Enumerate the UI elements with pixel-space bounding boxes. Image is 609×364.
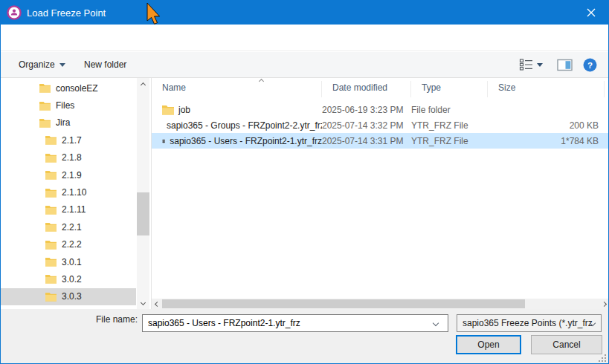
- tree-item-label: 3.0.3: [62, 291, 82, 302]
- file-date: 2025-07-14 3:32 PM: [322, 120, 411, 131]
- tree-item-label: Files: [56, 100, 74, 111]
- folder-icon: [45, 274, 57, 284]
- folder-tree: consoleEZ Files Jira 2.1.7 2.1.8 2.1.9: [1, 79, 136, 305]
- tree-item-consoleez[interactable]: consoleEZ: [1, 79, 136, 97]
- folder-icon: [45, 153, 57, 163]
- tree-item-label: 3.0.2: [62, 274, 82, 285]
- folder-icon: [45, 292, 57, 302]
- tree-item-label: 2.1.9: [62, 170, 82, 181]
- mouse-cursor: [146, 3, 163, 25]
- file-row-groups-frz[interactable]: sapio365 - Groups - FRZpoint2-2.ytr_frz …: [152, 117, 609, 133]
- tree-item-301[interactable]: 3.0.1: [1, 253, 136, 270]
- file-name: sapio365 - Users - FRZpoint2-1.ytr_frz: [170, 136, 322, 146]
- tree-item-219[interactable]: 2.1.9: [1, 166, 136, 183]
- command-toolbar: Organize New folder ?: [1, 52, 608, 78]
- chevron-left-icon: [155, 301, 160, 306]
- tree-item-jira[interactable]: Jira: [1, 114, 136, 131]
- scroll-down-button[interactable]: [137, 298, 149, 309]
- svg-text:?: ?: [587, 60, 593, 69]
- folder-icon: [45, 240, 57, 250]
- file-type-value: sapio365 Freeze Points (*.ytr_frz: [463, 318, 593, 328]
- open-button[interactable]: Open: [456, 335, 521, 354]
- column-header-size[interactable]: Size: [488, 81, 605, 97]
- file-type: File folder: [411, 105, 488, 115]
- folder-icon: [45, 188, 57, 198]
- folder-icon: [162, 105, 174, 115]
- tree-item-files[interactable]: Files: [1, 97, 136, 114]
- resize-grip[interactable]: [598, 354, 607, 363]
- file-type-select[interactable]: sapio365 Freeze Points (*.ytr_frz: [457, 314, 602, 332]
- navigation-bar: This PC Windows7_OS (F:) XML Jira 3.0.3: [1, 25, 608, 51]
- sapio365-app-icon: [7, 5, 22, 20]
- file-name: sapio365 - Groups - FRZpoint2-2.ytr_frz: [167, 120, 322, 131]
- tree-item-218[interactable]: 2.1.8: [1, 149, 136, 166]
- tree-item-label: 2.1.8: [62, 152, 82, 163]
- organize-button[interactable]: Organize: [13, 52, 71, 77]
- tree-item-label: 2.2.2: [62, 239, 82, 250]
- tree-item-303[interactable]: 3.0.3: [1, 288, 136, 305]
- tree-item-label: consoleEZ: [56, 83, 98, 94]
- scrollbar-thumb[interactable]: [162, 299, 525, 308]
- tree-item-221[interactable]: 2.2.1: [1, 218, 136, 235]
- folder-icon: [39, 118, 51, 128]
- column-header-type[interactable]: Type: [411, 81, 488, 97]
- file-name-dropdown-button[interactable]: [434, 321, 438, 325]
- column-header-name[interactable]: Name: [152, 81, 322, 97]
- tree-item-222[interactable]: 2.2.2: [1, 236, 136, 253]
- tree-item-2111[interactable]: 2.1.11: [1, 201, 136, 218]
- tree-item-217[interactable]: 2.1.7: [1, 131, 136, 149]
- help-button[interactable]: ?: [583, 56, 597, 73]
- column-header-date-modified[interactable]: Date modified: [322, 81, 411, 97]
- title-bar: Load Freeze Point: [1, 1, 608, 25]
- chevron-up-icon: [141, 82, 146, 87]
- tree-item-302[interactable]: 3.0.2: [1, 270, 136, 287]
- close-button[interactable]: [574, 1, 608, 25]
- dialog-footer: File name: sapio365 Freeze Points (*.ytr…: [1, 309, 608, 364]
- window-title: Load Freeze Point: [27, 7, 106, 19]
- chevron-right-icon: [602, 301, 607, 306]
- file-type: YTR_FRZ File: [411, 120, 488, 131]
- chevron-down-icon: [59, 63, 65, 67]
- file-name: job: [178, 105, 190, 115]
- file-date: 2025-07-14 3:31 PM: [322, 136, 411, 146]
- scroll-up-button[interactable]: [137, 78, 149, 89]
- sidebar-scrollbar[interactable]: [137, 78, 149, 309]
- tree-item-label: 2.1.10: [62, 187, 86, 198]
- scrollbar-thumb[interactable]: [137, 192, 149, 235]
- file-date: 2025-06-19 3:23 PM: [322, 105, 411, 115]
- new-folder-button[interactable]: New folder: [78, 52, 132, 77]
- file-name-label: File name:: [1, 314, 138, 325]
- folder-icon: [45, 257, 57, 267]
- preview-pane-button[interactable]: [557, 56, 573, 73]
- tree-item-label: Jira: [56, 117, 70, 128]
- file-size: 200 KB: [488, 120, 605, 131]
- database-file-icon: [162, 135, 165, 147]
- folder-icon: [39, 101, 51, 111]
- chevron-down-icon: [433, 320, 439, 326]
- close-icon: [587, 8, 596, 17]
- file-type-dropdown-button[interactable]: [590, 321, 595, 325]
- cancel-button[interactable]: Cancel: [531, 335, 602, 354]
- tree-item-label: 2.1.11: [62, 204, 86, 215]
- file-row-job[interactable]: job 2025-06-19 3:23 PM File folder: [152, 102, 609, 117]
- organize-label: Organize: [19, 59, 55, 70]
- scroll-right-button[interactable]: [600, 299, 609, 309]
- preview-pane-icon: [557, 59, 573, 71]
- scroll-left-button[interactable]: [152, 299, 161, 309]
- folder-icon: [45, 222, 57, 232]
- tree-item-label: 3.0.1: [62, 257, 82, 267]
- file-rows: job 2025-06-19 3:23 PM File folder: [152, 102, 609, 149]
- chevron-down-icon: [537, 63, 543, 67]
- open-label: Open: [477, 339, 499, 350]
- new-folder-label: New folder: [84, 59, 126, 70]
- file-type: YTR_FRZ File: [411, 136, 488, 146]
- tree-item-2110[interactable]: 2.1.10: [1, 183, 136, 201]
- main-area: consoleEZ Files Jira 2.1.7 2.1.8 2.1.9: [1, 78, 608, 309]
- list-horizontal-scrollbar[interactable]: [152, 299, 609, 309]
- chevron-down-icon: [141, 299, 146, 305]
- file-name-input[interactable]: [142, 314, 448, 332]
- file-row-users-frz[interactable]: sapio365 - Users - FRZpoint2-1.ytr_frz 2…: [152, 133, 609, 149]
- views-button[interactable]: [519, 56, 543, 73]
- folder-icon: [45, 205, 57, 215]
- column-headers: Name Date modified Type Size: [152, 78, 609, 97]
